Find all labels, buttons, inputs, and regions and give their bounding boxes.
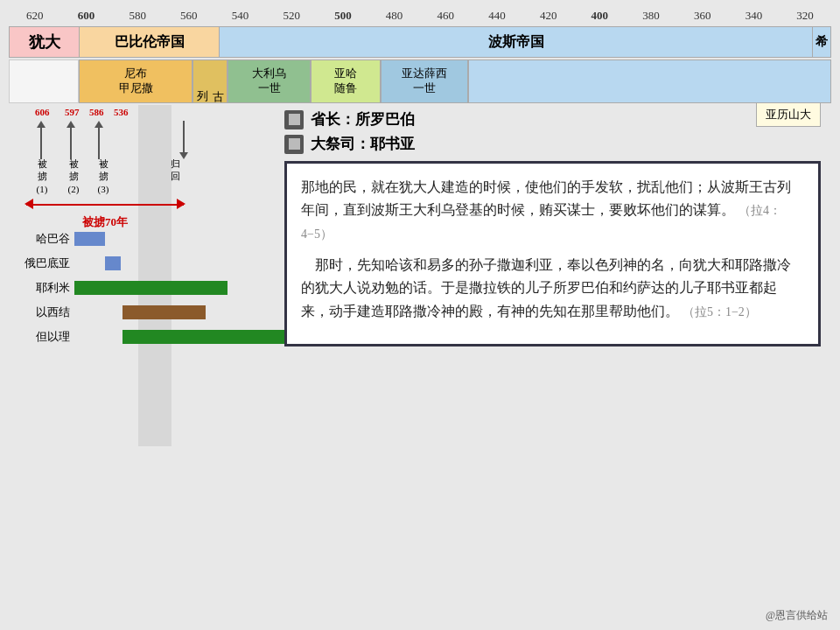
year-606: 606: [35, 107, 65, 117]
info-section: 省长：所罗巴伯 大祭司：耶书亚 那地的民，就在犹大人建造的时候，使他们的手发软，…: [284, 109, 821, 346]
mark-380: 380: [642, 9, 660, 23]
governor-row: 省长：所罗巴伯: [284, 109, 821, 130]
scripture-para1: 那地的民，就在犹大人建造的时候，使他们的手发软，扰乱他们；从波斯王古列年间，直到…: [301, 176, 804, 245]
mark-440: 440: [488, 9, 506, 23]
mark-460: 460: [438, 9, 455, 23]
return-arrow: [179, 121, 188, 159]
ruler-artaxerxes: 亚达薛西一世: [381, 60, 468, 103]
captivity-label-1: 被掳(1): [26, 158, 58, 195]
kingdom-judah: 犹大: [10, 27, 80, 57]
captivity-span-text: 被掳70年: [26, 214, 184, 230]
mark-400: 400: [592, 9, 609, 23]
mark-600: 600: [78, 9, 95, 23]
mark-340: 340: [746, 9, 763, 23]
governor-text: 省长：所罗巴伯: [311, 109, 415, 130]
ruler-darius: 大利乌一世: [228, 60, 311, 103]
year-536: 536: [114, 107, 192, 117]
kingdom-hi: 希: [813, 27, 830, 57]
mark-540: 540: [232, 9, 249, 23]
mark-620: 620: [26, 9, 44, 23]
kingdom-bar: 犹大 巴比伦帝国 波斯帝国 希: [9, 26, 831, 58]
return-label: 归回: [171, 158, 180, 183]
captivity-span: 被掳70年: [26, 199, 184, 230]
mark-360: 360: [694, 9, 711, 23]
timeline-ruler: 620 600 580 560 540 520 500 480 460 440 …: [9, 9, 831, 23]
arrow-3: [94, 121, 103, 159]
year-586: 586: [89, 107, 114, 117]
mark-320: 320: [796, 9, 814, 23]
rulers-bar: 尼布甲尼撒 古列 大利乌一世 亚哈随鲁 亚达薛西一世: [9, 60, 831, 103]
kingdom-babylon: 巴比伦帝国: [80, 27, 220, 57]
mark-520: 520: [283, 9, 300, 23]
prophet-jeremiah: 耶利米: [18, 278, 276, 298]
mark-480: 480: [386, 9, 403, 23]
mark-500: 500: [334, 9, 352, 23]
mark-420: 420: [540, 9, 557, 23]
kingdom-persia: 波斯帝国: [220, 27, 813, 57]
prophet-obadiah: 俄巴底亚: [18, 254, 276, 273]
info-bullets: 省长：所罗巴伯 大祭司：耶书亚: [284, 109, 821, 154]
prophet-habakkuk: 哈巴谷: [18, 229, 276, 248]
mark-580: 580: [129, 9, 146, 23]
priest-row: 大祭司：耶书亚: [284, 134, 821, 154]
arrow-1: [37, 121, 46, 159]
mark-560: 560: [180, 9, 198, 23]
scripture-para2: 那时，先知哈该和易多的孙子撒迦利亚，奉以色列神的名，向犹大和耶路撒冷的犹大人说劝…: [301, 254, 804, 323]
alexander-box: 亚历山大: [756, 102, 821, 127]
ruler-rest: [468, 60, 831, 103]
arrow-2: [66, 121, 75, 159]
scripture-text-box: 那地的民，就在犹大人建造的时候，使他们的手发软，扰乱他们；从波斯王古列年间，直到…: [284, 161, 821, 346]
ruler-ahasuerus: 亚哈随鲁: [311, 60, 381, 103]
footer: @恩言供给站: [766, 608, 828, 623]
alexander-label: 亚历山大: [766, 108, 811, 121]
ruler-empty: [9, 60, 79, 103]
prophet-ezekiel: 以西结: [18, 303, 276, 322]
captivity-label-2: 被掳(2): [60, 158, 88, 195]
year-597: 597: [65, 107, 89, 117]
captivity-label-3: 被掳(3): [89, 158, 117, 195]
prophet-daniel: 但以理: [18, 327, 276, 346]
scripture-ref2: （拉5：1−2）: [682, 305, 757, 318]
ruler-nebuchadnezzar: 尼布甲尼撒: [79, 60, 192, 103]
ruler-gulu: 古列: [192, 60, 228, 103]
prophets-section: 哈巴谷 俄巴底亚 耶利米: [18, 229, 276, 352]
priest-text: 大祭司：耶书亚: [311, 134, 415, 154]
